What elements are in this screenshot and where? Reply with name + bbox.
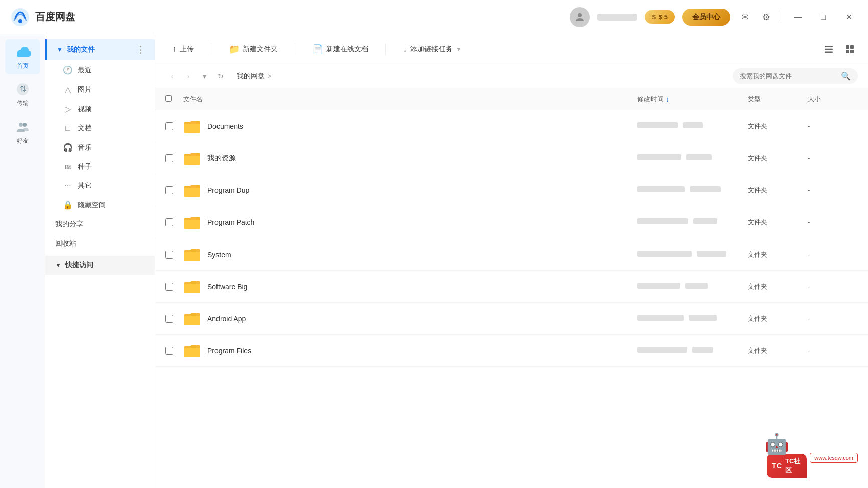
upload-label: 上传 bbox=[180, 45, 194, 54]
row-modified-cell bbox=[637, 283, 748, 290]
row-type-cell: 文件夹 bbox=[748, 282, 808, 291]
sidebar-item-home[interactable]: 首页 bbox=[5, 39, 40, 74]
row-checkbox[interactable] bbox=[165, 251, 173, 259]
row-type-cell: 文件夹 bbox=[748, 218, 808, 227]
table-row[interactable]: Software Big 文件夹 - bbox=[155, 271, 868, 303]
my-files-header[interactable]: ▼ 我的文件 ⋮ bbox=[45, 39, 155, 60]
file-name: Documents bbox=[207, 122, 243, 130]
new-folder-button[interactable]: 📁 新建文件夹 bbox=[222, 40, 285, 59]
nav-photos[interactable]: △ 图片 bbox=[45, 80, 155, 99]
mail-icon[interactable]: ✉ bbox=[738, 10, 752, 24]
upload-icon: ↑ bbox=[172, 44, 177, 54]
sidebar-item-transfer[interactable]: ⇅ 传输 bbox=[5, 77, 40, 112]
table-row[interactable]: Program Patch 文件夹 - bbox=[155, 206, 868, 238]
row-modified-cell bbox=[637, 315, 748, 322]
table-row[interactable]: Android App 文件夹 - bbox=[155, 303, 868, 335]
select-all-checkbox[interactable] bbox=[165, 95, 172, 102]
table-row[interactable]: Program Dup 文件夹 - bbox=[155, 174, 868, 206]
grid-view-button[interactable] bbox=[842, 41, 858, 57]
table-row[interactable]: 我的资源 文件夹 - bbox=[155, 142, 868, 174]
watermark-chars: TC bbox=[772, 462, 782, 470]
nav-recycle[interactable]: 回收站 bbox=[45, 234, 155, 253]
folder-icon bbox=[183, 311, 201, 326]
search-button[interactable]: 🔍 bbox=[841, 71, 851, 81]
list-view-button[interactable] bbox=[821, 41, 837, 57]
toolbar-divider-1 bbox=[211, 43, 211, 55]
svg-rect-10 bbox=[846, 45, 849, 49]
row-type-cell: 文件夹 bbox=[748, 250, 808, 259]
svg-rect-11 bbox=[850, 45, 854, 49]
nav-hidden[interactable]: 🔒 隐藏空间 bbox=[45, 195, 155, 215]
row-checkbox-cell bbox=[165, 154, 183, 162]
forward-button[interactable]: › bbox=[181, 69, 195, 83]
settings-icon[interactable]: ⚙ bbox=[759, 10, 773, 24]
vip-center-button[interactable]: 会员中心 bbox=[682, 9, 730, 26]
sidebar-item-friends[interactable]: 好友 bbox=[5, 114, 40, 149]
breadcrumb-dropdown-button[interactable]: ▾ bbox=[197, 69, 211, 83]
watermark-site-name: TC社区 bbox=[785, 457, 802, 475]
user-avatar[interactable] bbox=[570, 7, 590, 27]
refresh-button[interactable]: ↻ bbox=[213, 69, 228, 83]
nav-docs[interactable]: □ 文档 bbox=[45, 119, 155, 138]
table-row[interactable]: Documents 文件夹 - bbox=[155, 110, 868, 142]
row-modified-cell bbox=[637, 251, 748, 258]
link-task-icon: ↓ bbox=[403, 44, 407, 54]
folder-icon bbox=[183, 279, 201, 294]
nav-recent[interactable]: 🕐 最近 bbox=[45, 60, 155, 80]
add-link-task-button[interactable]: ↓ 添加链接任务 ▼ bbox=[396, 40, 469, 58]
row-checkbox[interactable] bbox=[165, 218, 173, 226]
header-modified[interactable]: 修改时间 ↓ bbox=[637, 95, 748, 104]
new-folder-icon: 📁 bbox=[229, 44, 240, 55]
more-icon: ··· bbox=[63, 181, 73, 190]
row-name-cell: Program Files bbox=[183, 343, 637, 358]
maximize-button[interactable]: □ bbox=[814, 8, 832, 26]
my-files-more-icon[interactable]: ⋮ bbox=[136, 44, 145, 55]
svg-rect-7 bbox=[825, 46, 833, 47]
row-modified-cell bbox=[637, 347, 748, 354]
new-doc-icon: 📄 bbox=[312, 44, 323, 55]
title-divider bbox=[781, 11, 781, 23]
nav-my-share[interactable]: 我的分享 bbox=[45, 215, 155, 234]
row-type-cell: 文件夹 bbox=[748, 346, 808, 355]
add-link-dropdown-icon[interactable]: ▼ bbox=[456, 46, 462, 53]
row-checkbox[interactable] bbox=[165, 315, 173, 323]
table-header: 文件名 修改时间 ↓ 类型 大小 bbox=[155, 88, 868, 110]
row-name-cell: Android App bbox=[183, 311, 637, 326]
minimize-button[interactable]: — bbox=[789, 8, 807, 26]
table-row[interactable]: Program Files 文件夹 - bbox=[155, 335, 868, 367]
svg-rect-8 bbox=[825, 48, 833, 50]
friends-label: 好友 bbox=[17, 137, 29, 145]
breadcrumb-nav: ‹ › ▾ ↻ bbox=[165, 69, 228, 83]
nav-photos-label: 图片 bbox=[78, 85, 92, 94]
nav-bt[interactable]: Bt 种子 bbox=[45, 157, 155, 176]
search-input[interactable] bbox=[740, 72, 837, 80]
new-online-doc-button[interactable]: 📄 新建在线文档 bbox=[305, 40, 375, 59]
new-folder-label: 新建文件夹 bbox=[243, 45, 278, 54]
nav-music[interactable]: 🎧 音乐 bbox=[45, 138, 155, 157]
photo-icon: △ bbox=[63, 85, 73, 94]
back-button[interactable]: ‹ bbox=[165, 69, 179, 83]
row-name-cell: Documents bbox=[183, 119, 637, 134]
close-button[interactable]: ✕ bbox=[840, 8, 858, 26]
nav-quick-access-header[interactable]: ▼ 快捷访问 bbox=[45, 256, 155, 275]
row-checkbox-cell bbox=[165, 251, 183, 259]
nav-other[interactable]: ··· 其它 bbox=[45, 176, 155, 195]
header-type: 类型 bbox=[748, 95, 808, 104]
row-checkbox[interactable] bbox=[165, 186, 173, 194]
breadcrumb-root[interactable]: 我的网盘 bbox=[237, 72, 265, 81]
nav-bt-label: 种子 bbox=[78, 162, 92, 171]
row-checkbox[interactable] bbox=[165, 154, 173, 162]
sort-desc-icon: ↓ bbox=[666, 95, 669, 103]
row-modified-cell bbox=[637, 122, 748, 130]
row-checkbox-cell bbox=[165, 218, 183, 226]
table-row[interactable]: System 文件夹 - bbox=[155, 238, 868, 271]
lock-icon: 🔒 bbox=[63, 200, 73, 210]
vip-badge-label: $ 5 bbox=[659, 13, 668, 21]
nav-video[interactable]: ▷ 视频 bbox=[45, 99, 155, 119]
nav-quick-access-label: 快捷访问 bbox=[65, 261, 93, 270]
row-checkbox[interactable] bbox=[165, 122, 173, 130]
row-checkbox[interactable] bbox=[165, 347, 173, 355]
breadcrumb-sep: > bbox=[268, 73, 271, 80]
upload-button[interactable]: ↑ 上传 bbox=[165, 40, 201, 58]
row-checkbox[interactable] bbox=[165, 283, 173, 291]
